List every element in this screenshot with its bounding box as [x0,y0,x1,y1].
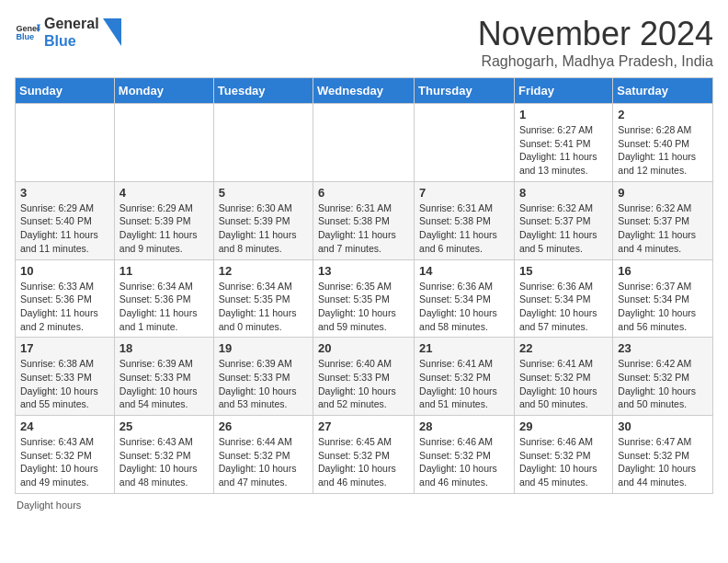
calendar-cell: 24Sunrise: 6:43 AM Sunset: 5:32 PM Dayli… [16,416,115,494]
col-header-sunday: Sunday [16,78,115,104]
svg-marker-4 [103,18,121,46]
day-info: Sunrise: 6:32 AM Sunset: 5:37 PM Dayligh… [618,201,708,256]
calendar-cell [313,104,415,182]
calendar-week-row: 1Sunrise: 6:27 AM Sunset: 5:41 PM Daylig… [16,104,713,182]
day-info: Sunrise: 6:38 AM Sunset: 5:33 PM Dayligh… [20,357,109,411]
footer-note: Daylight hours [15,500,713,511]
svg-text:Blue: Blue [16,33,34,42]
calendar-cell: 19Sunrise: 6:39 AM Sunset: 5:33 PM Dayli… [213,338,313,416]
calendar-cell [16,104,115,182]
logo-arrow-icon [103,18,121,46]
day-info: Sunrise: 6:41 AM Sunset: 5:32 PM Dayligh… [419,357,509,411]
col-header-tuesday: Tuesday [213,78,313,104]
day-number: 13 [318,264,409,278]
calendar-cell: 20Sunrise: 6:40 AM Sunset: 5:33 PM Dayli… [313,338,415,416]
calendar-cell: 16Sunrise: 6:37 AM Sunset: 5:34 PM Dayli… [613,259,713,338]
day-number: 7 [419,186,509,200]
title-area: November 2024 Raghogarh, Madhya Pradesh,… [478,15,713,70]
col-header-monday: Monday [114,78,213,104]
day-info: Sunrise: 6:42 AM Sunset: 5:32 PM Dayligh… [618,357,708,411]
day-number: 22 [519,341,608,355]
day-number: 12 [219,264,308,278]
day-number: 28 [419,419,509,433]
calendar-cell: 1Sunrise: 6:27 AM Sunset: 5:41 PM Daylig… [514,104,612,182]
calendar-cell [114,104,213,182]
day-number: 27 [318,419,409,433]
day-number: 4 [119,186,209,200]
col-header-saturday: Saturday [613,78,713,104]
calendar-cell: 10Sunrise: 6:33 AM Sunset: 5:36 PM Dayli… [16,259,115,338]
day-number: 3 [20,186,109,200]
day-number: 23 [618,341,708,355]
calendar-cell: 14Sunrise: 6:36 AM Sunset: 5:34 PM Dayli… [415,259,515,338]
calendar-cell: 12Sunrise: 6:34 AM Sunset: 5:35 PM Dayli… [213,259,313,338]
day-number: 10 [20,264,109,278]
day-info: Sunrise: 6:45 AM Sunset: 5:32 PM Dayligh… [318,435,409,489]
day-info: Sunrise: 6:31 AM Sunset: 5:38 PM Dayligh… [419,201,509,256]
logo: General Blue General Blue [15,15,121,50]
day-info: Sunrise: 6:46 AM Sunset: 5:32 PM Dayligh… [419,435,509,489]
day-number: 9 [618,186,708,200]
calendar-cell: 21Sunrise: 6:41 AM Sunset: 5:32 PM Dayli… [415,338,515,416]
logo-icon: General Blue [15,19,40,45]
day-number: 11 [119,264,209,278]
svg-text:General: General [16,24,40,33]
day-number: 18 [119,341,209,355]
calendar-cell: 17Sunrise: 6:38 AM Sunset: 5:33 PM Dayli… [16,338,115,416]
day-info: Sunrise: 6:43 AM Sunset: 5:32 PM Dayligh… [20,435,109,489]
day-number: 8 [519,186,608,200]
calendar-cell: 5Sunrise: 6:30 AM Sunset: 5:39 PM Daylig… [213,181,313,259]
day-number: 15 [519,264,608,278]
day-info: Sunrise: 6:36 AM Sunset: 5:34 PM Dayligh… [419,280,509,334]
calendar-cell: 3Sunrise: 6:29 AM Sunset: 5:40 PM Daylig… [16,181,115,259]
col-header-wednesday: Wednesday [313,78,415,104]
day-number: 1 [519,108,608,121]
day-number: 5 [219,186,308,200]
day-info: Sunrise: 6:35 AM Sunset: 5:35 PM Dayligh… [318,280,409,334]
day-info: Sunrise: 6:34 AM Sunset: 5:36 PM Dayligh… [119,280,209,334]
calendar-table: SundayMondayTuesdayWednesdayThursdayFrid… [15,77,713,494]
day-info: Sunrise: 6:31 AM Sunset: 5:38 PM Dayligh… [318,201,409,256]
calendar-cell [415,104,515,182]
day-info: Sunrise: 6:39 AM Sunset: 5:33 PM Dayligh… [219,357,308,411]
calendar-week-row: 10Sunrise: 6:33 AM Sunset: 5:36 PM Dayli… [16,259,713,338]
calendar-cell: 7Sunrise: 6:31 AM Sunset: 5:38 PM Daylig… [415,181,515,259]
calendar-cell: 22Sunrise: 6:41 AM Sunset: 5:32 PM Dayli… [514,338,612,416]
day-number: 6 [318,186,409,200]
calendar-cell: 13Sunrise: 6:35 AM Sunset: 5:35 PM Dayli… [313,259,415,338]
day-number: 16 [618,264,708,278]
location: Raghogarh, Madhya Pradesh, India [478,53,713,70]
day-info: Sunrise: 6:39 AM Sunset: 5:33 PM Dayligh… [119,357,209,411]
calendar-week-row: 24Sunrise: 6:43 AM Sunset: 5:32 PM Dayli… [16,416,713,494]
day-info: Sunrise: 6:46 AM Sunset: 5:32 PM Dayligh… [519,435,608,489]
day-info: Sunrise: 6:44 AM Sunset: 5:32 PM Dayligh… [219,435,308,489]
calendar-cell: 18Sunrise: 6:39 AM Sunset: 5:33 PM Dayli… [114,338,213,416]
calendar-cell: 28Sunrise: 6:46 AM Sunset: 5:32 PM Dayli… [415,416,515,494]
calendar-cell: 8Sunrise: 6:32 AM Sunset: 5:37 PM Daylig… [514,181,612,259]
day-number: 19 [219,341,308,355]
calendar-cell: 25Sunrise: 6:43 AM Sunset: 5:32 PM Dayli… [114,416,213,494]
day-info: Sunrise: 6:29 AM Sunset: 5:39 PM Dayligh… [119,201,209,256]
day-number: 2 [618,108,708,121]
day-info: Sunrise: 6:32 AM Sunset: 5:37 PM Dayligh… [519,201,608,256]
calendar-cell: 29Sunrise: 6:46 AM Sunset: 5:32 PM Dayli… [514,416,612,494]
day-number: 24 [20,419,109,433]
day-number: 17 [20,341,109,355]
day-info: Sunrise: 6:43 AM Sunset: 5:32 PM Dayligh… [119,435,209,489]
day-number: 21 [419,341,509,355]
day-info: Sunrise: 6:40 AM Sunset: 5:33 PM Dayligh… [318,357,409,411]
day-number: 14 [419,264,509,278]
day-number: 26 [219,419,308,433]
calendar-cell: 4Sunrise: 6:29 AM Sunset: 5:39 PM Daylig… [114,181,213,259]
day-info: Sunrise: 6:27 AM Sunset: 5:41 PM Dayligh… [519,123,608,178]
day-info: Sunrise: 6:33 AM Sunset: 5:36 PM Dayligh… [20,280,109,334]
calendar-cell: 26Sunrise: 6:44 AM Sunset: 5:32 PM Dayli… [213,416,313,494]
day-info: Sunrise: 6:30 AM Sunset: 5:39 PM Dayligh… [219,201,308,256]
logo-general: General [44,15,99,32]
day-info: Sunrise: 6:41 AM Sunset: 5:32 PM Dayligh… [519,357,608,411]
calendar-cell: 6Sunrise: 6:31 AM Sunset: 5:38 PM Daylig… [313,181,415,259]
calendar-cell: 23Sunrise: 6:42 AM Sunset: 5:32 PM Dayli… [613,338,713,416]
col-header-thursday: Thursday [415,78,515,104]
calendar-cell: 30Sunrise: 6:47 AM Sunset: 5:32 PM Dayli… [613,416,713,494]
day-info: Sunrise: 6:34 AM Sunset: 5:35 PM Dayligh… [219,280,308,334]
